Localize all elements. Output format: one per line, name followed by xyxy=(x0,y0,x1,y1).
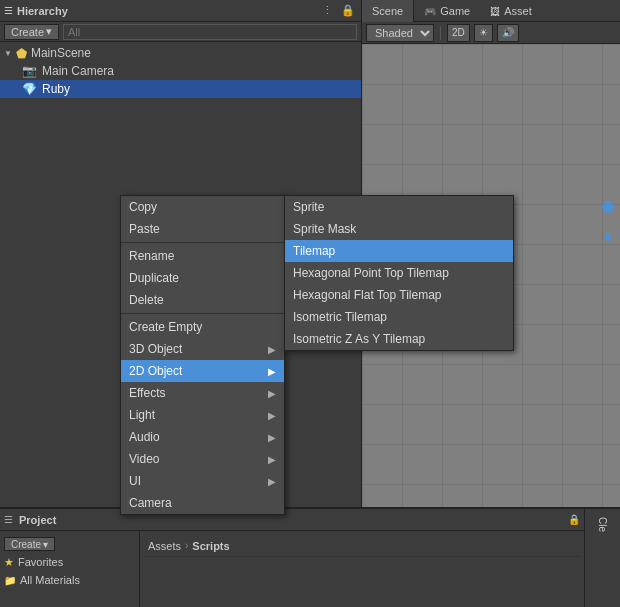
submenu-2d-object: Sprite Sprite Mask Tilemap Hexagonal Poi… xyxy=(284,195,514,351)
tab-scene-label: Scene xyxy=(372,5,403,17)
project-header-icon: ☰ xyxy=(4,514,13,525)
context-menu-ui[interactable]: UI ▶ xyxy=(121,470,284,492)
project-sidebar: Create ▾ ★ Favorites 📁 All Materials xyxy=(0,531,140,607)
hierarchy-options-icon[interactable]: ⋮ xyxy=(320,4,335,17)
context-menu-copy[interactable]: Copy xyxy=(121,196,284,218)
submenu-item-hex-flat[interactable]: Hexagonal Flat Top Tilemap xyxy=(285,284,513,306)
hierarchy-title: Hierarchy xyxy=(17,5,68,17)
materials-label: All Materials xyxy=(20,574,80,586)
hierarchy-item-mainscene[interactable]: ▼ ⬟ MainScene xyxy=(0,44,361,62)
hierarchy-create-button[interactable]: Create ▾ xyxy=(4,24,59,40)
project-main: Assets › Scripts xyxy=(140,531,584,607)
project-lock-icon[interactable]: 🔒 xyxy=(568,514,580,525)
project-header: ☰ Project 🔒 xyxy=(0,509,584,531)
bottom-row: ☰ Project 🔒 Create ▾ ★ Favorites xyxy=(0,507,620,607)
asset-tab-icon: 🖼 xyxy=(490,6,500,17)
camera-icon: 📷 xyxy=(22,64,37,78)
context-menu-duplicate[interactable]: Duplicate xyxy=(121,267,284,289)
submenu-arrow-3d-icon: ▶ xyxy=(268,344,276,355)
context-menu-video[interactable]: Video ▶ xyxy=(121,448,284,470)
favorites-star-icon: ★ xyxy=(4,556,14,569)
context-menu-rename[interactable]: Rename xyxy=(121,245,284,267)
project-title: Project xyxy=(19,514,56,526)
submenu-item-isometric[interactable]: Isometric Tilemap xyxy=(285,306,513,328)
project-panel: ☰ Project 🔒 Create ▾ ★ Favorites xyxy=(0,509,584,607)
hierarchy-item-label: MainScene xyxy=(31,46,91,60)
scene-icon: ⬟ xyxy=(16,46,27,61)
submenu-arrow-effects-icon: ▶ xyxy=(268,388,276,399)
game-tab-icon: 🎮 xyxy=(424,6,436,17)
breadcrumb-scripts: Scripts xyxy=(192,540,229,552)
submenu-arrow-audio-icon: ▶ xyxy=(268,432,276,443)
scene-toolbar: Shaded 2D ☀ 🔊 xyxy=(362,22,620,44)
context-menu-audio[interactable]: Audio ▶ xyxy=(121,426,284,448)
context-menu-camera[interactable]: Camera xyxy=(121,492,284,514)
hierarchy-toolbar: Create ▾ xyxy=(0,22,361,42)
expand-arrow-icon: ▼ xyxy=(4,49,12,58)
context-menu-delete[interactable]: Delete xyxy=(121,289,284,311)
hierarchy-lock-icon[interactable]: 🔒 xyxy=(339,4,357,17)
submenu-item-sprite[interactable]: Sprite xyxy=(285,196,513,218)
submenu-item-sprite-mask[interactable]: Sprite Mask xyxy=(285,218,513,240)
submenu-item-tilemap[interactable]: Tilemap xyxy=(285,240,513,262)
audio-button[interactable]: 🔊 xyxy=(497,24,519,42)
hierarchy-icon: ☰ xyxy=(4,5,13,16)
hierarchy-item-label: Ruby xyxy=(42,82,70,96)
sidebar-item-favorites[interactable]: ★ Favorites xyxy=(4,553,135,571)
2d-mode-button[interactable]: 2D xyxy=(447,24,470,42)
create-dropdown-arrow: ▾ xyxy=(46,25,52,38)
hierarchy-create-toolbar: Create ▾ xyxy=(4,535,135,553)
submenu-arrow-video-icon: ▶ xyxy=(268,454,276,465)
toolbar-separator xyxy=(440,26,441,40)
tab-asset-label: Asset xyxy=(504,5,532,17)
project-body: Create ▾ ★ Favorites 📁 All Materials xyxy=(0,531,584,607)
breadcrumb-assets: Assets xyxy=(148,540,181,552)
project-create-arrow-icon: ▾ xyxy=(43,539,48,550)
context-menu-paste[interactable]: Paste xyxy=(121,218,284,240)
scene-tabs: Scene 🎮 Game 🖼 Asset xyxy=(362,0,620,22)
submenu-arrow-2d-icon: ▶ xyxy=(268,366,276,377)
right-panel-footer: Cle xyxy=(584,509,620,607)
context-menu-3d-object[interactable]: 3D Object ▶ xyxy=(121,338,284,360)
context-menu-effects[interactable]: Effects ▶ xyxy=(121,382,284,404)
submenu-item-hex-point[interactable]: Hexagonal Point Top Tilemap xyxy=(285,262,513,284)
submenu-item-isometric-z[interactable]: Isometric Z As Y Tilemap xyxy=(285,328,513,350)
breadcrumb: Assets › Scripts xyxy=(144,535,580,557)
hierarchy-item-ruby[interactable]: 💎 Ruby xyxy=(0,80,361,98)
submenu-arrow-ui-icon: ▶ xyxy=(268,476,276,487)
hierarchy-item-camera[interactable]: 📷 Main Camera xyxy=(0,62,361,80)
sidebar-item-materials[interactable]: 📁 All Materials xyxy=(4,571,135,589)
folder-icon: 📁 xyxy=(4,575,16,586)
submenu-arrow-light-icon: ▶ xyxy=(268,410,276,421)
clear-button[interactable]: Cle xyxy=(597,513,608,536)
project-create-button[interactable]: Create ▾ xyxy=(4,537,55,551)
tab-game-label: Game xyxy=(440,5,470,17)
tab-asset[interactable]: 🖼 Asset xyxy=(480,0,542,22)
shading-dropdown[interactable]: Shaded xyxy=(366,24,434,42)
tab-game[interactable]: 🎮 Game xyxy=(414,0,480,22)
context-menu-create-empty[interactable]: Create Empty xyxy=(121,316,284,338)
context-menu-sep-1 xyxy=(121,242,284,243)
breadcrumb-arrow-icon: › xyxy=(185,540,188,551)
ruby-icon: 💎 xyxy=(22,82,37,96)
hierarchy-item-label: Main Camera xyxy=(42,64,114,78)
hierarchy-header: ☰ Hierarchy ⋮ 🔒 xyxy=(0,0,361,22)
hierarchy-search-input[interactable] xyxy=(63,24,357,40)
tab-scene[interactable]: Scene xyxy=(362,0,414,22)
lighting-button[interactable]: ☀ xyxy=(474,24,493,42)
context-menu-2d-object[interactable]: 2D Object ▶ xyxy=(121,360,284,382)
context-menu-light[interactable]: Light ▶ xyxy=(121,404,284,426)
context-menu-sep-2 xyxy=(121,313,284,314)
context-menu: Copy Paste Rename Duplicate Delete Creat… xyxy=(120,195,285,515)
favorites-label: Favorites xyxy=(18,556,63,568)
